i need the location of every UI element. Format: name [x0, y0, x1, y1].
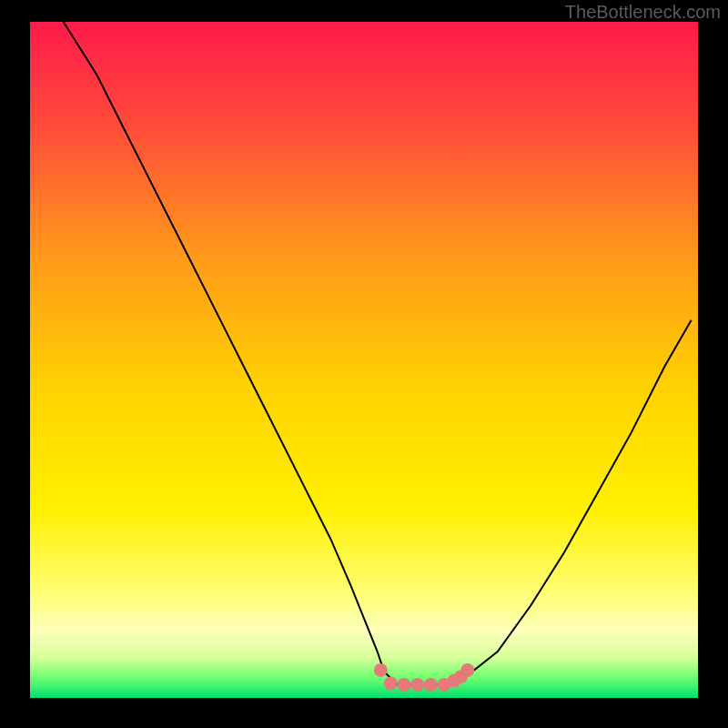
highlight-dot [398, 678, 411, 692]
chart-container: TheBottleneck.com [0, 0, 728, 728]
highlight-dot [384, 676, 398, 690]
plot-background [30, 22, 698, 698]
highlight-dot [460, 663, 474, 677]
highlight-dot [424, 678, 438, 692]
highlight-dot [374, 663, 388, 677]
watermark-text: TheBottleneck.com [565, 2, 721, 23]
bottleneck-chart [0, 0, 728, 728]
highlight-dot [410, 678, 424, 692]
